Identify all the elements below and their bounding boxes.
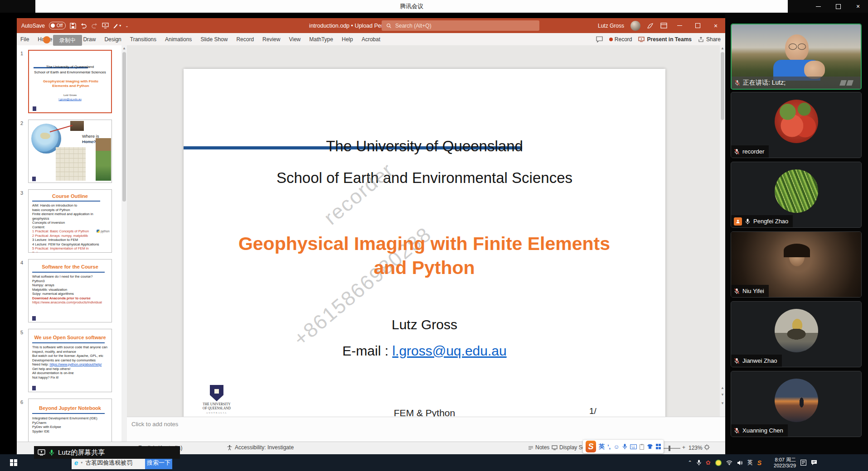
thumb-logo-icon — [32, 177, 36, 181]
clipboard-icon[interactable] — [640, 444, 644, 450]
tray-volume-icon[interactable] — [737, 460, 743, 466]
notes-pane[interactable]: Click to add notes — [127, 417, 725, 442]
ribbon-display-options-icon[interactable] — [660, 23, 667, 29]
tray-news-icon[interactable] — [800, 460, 806, 466]
ppt-minimize-button[interactable] — [674, 19, 685, 32]
thumb-title: We use Open Source software — [29, 335, 112, 340]
scrollbar-thumb[interactable] — [721, 52, 724, 120]
participant-tile-niuyifei[interactable]: Niu Yifei — [731, 231, 862, 298]
tab-review[interactable]: Review — [262, 36, 280, 43]
participant-tile-recorder[interactable]: recorder — [731, 92, 862, 158]
tray-expand-icon[interactable]: ⌃ — [688, 460, 692, 466]
slide-thumbnail-panel[interactable]: 1 The University of Queensland School of… — [17, 45, 127, 442]
start-button[interactable] — [5, 454, 23, 471]
editor-scrollbar[interactable]: ▲ ▲ ▼ ▼ — [720, 45, 725, 417]
undo-icon[interactable] — [80, 23, 87, 29]
voice-input-icon[interactable] — [622, 443, 627, 450]
slide-thumbnail-6[interactable]: Beyond Jupyter Notebook Integrated Devel… — [28, 399, 112, 442]
sogou-ime-toolbar[interactable]: S 英 ’, ☺ — [583, 440, 664, 453]
tray-mic-icon[interactable] — [697, 460, 701, 466]
customize-qat-icon[interactable]: ⌄ — [125, 24, 129, 28]
sogou-logo-icon[interactable]: S — [586, 441, 596, 452]
maximize-button[interactable] — [828, 0, 848, 13]
tray-shield-icon[interactable] — [715, 460, 722, 466]
participant-tile-lutz[interactable]: 正在讲话: Lutz; — [731, 24, 862, 90]
soft-keyboard-icon[interactable] — [630, 444, 637, 449]
ime-language-toggle[interactable]: 英 — [599, 442, 605, 451]
zoom-slider-thumb[interactable] — [669, 446, 670, 451]
redo-icon[interactable] — [91, 23, 98, 29]
participant-tile-pengfei[interactable]: Pengfei Zhao — [731, 162, 862, 228]
close-button[interactable]: × — [848, 0, 868, 13]
chevron-down-icon: ▾ — [81, 461, 82, 465]
slide-thumbnail-5[interactable]: We use Open Source software This is soft… — [28, 329, 112, 392]
participant-tile-xuanning[interactable]: Xuanning Chen — [731, 371, 862, 437]
tray-wifi-icon[interactable] — [726, 460, 732, 465]
thumb-author: Lutz Gross — [29, 94, 111, 96]
tab-record[interactable]: Record — [236, 36, 254, 43]
mic-muted-icon — [734, 428, 740, 434]
start-slideshow-icon[interactable] — [102, 23, 109, 29]
zoom-level[interactable]: 123% — [689, 445, 703, 451]
tab-animations[interactable]: Animations — [165, 36, 192, 43]
tab-draw[interactable]: Draw — [83, 36, 96, 43]
zoom-in-button[interactable]: + — [682, 444, 685, 451]
map-image — [56, 147, 86, 181]
tab-slide-show[interactable]: Slide Show — [200, 36, 228, 43]
rule-line — [32, 413, 105, 414]
ime-punctuation-toggle[interactable]: ’, — [607, 443, 611, 450]
share-button[interactable]: Share — [698, 36, 721, 43]
tray-sogou-icon[interactable]: S — [757, 459, 761, 466]
fit-to-window-icon — [704, 444, 710, 450]
search-box[interactable]: Search (Alt+Q) — [382, 20, 539, 31]
email-link[interactable]: l.gross@uq.edu.au — [392, 343, 506, 358]
inking-icon[interactable] — [647, 23, 654, 29]
previous-slide-icon[interactable]: ▲ — [720, 386, 725, 390]
toolbox-icon[interactable] — [656, 444, 661, 449]
notes-placeholder: Click to add notes — [131, 421, 178, 428]
emoji-icon[interactable]: ☺ — [613, 443, 619, 450]
meeting-titlebar-bg: 腾讯会议 — [35, 0, 788, 13]
autosave-toggle[interactable]: Off — [49, 22, 66, 29]
ppt-close-button[interactable]: × — [710, 19, 722, 32]
scrollbar-thumb[interactable] — [122, 52, 126, 202]
comments-icon[interactable] — [596, 36, 603, 43]
zoom-slider-track[interactable] — [662, 448, 680, 449]
thumb-logo-icon — [33, 106, 36, 111]
account-name[interactable]: Lutz Gross — [598, 23, 624, 29]
notes-toggle[interactable]: Notes — [528, 444, 549, 451]
pen-tools-dropdown[interactable]: ▾ — [113, 23, 121, 29]
notification-center-icon[interactable] — [811, 460, 817, 466]
tab-file[interactable]: File — [20, 36, 29, 43]
tab-acrobat[interactable]: Acrobat — [362, 36, 380, 43]
tab-design[interactable]: Design — [104, 36, 121, 43]
meeting-titlebar: 腾讯会议 × — [0, 0, 868, 13]
slide-canvas[interactable]: The University of Queensland School of E… — [184, 69, 665, 428]
present-in-teams-button[interactable]: Present in Teams — [638, 36, 691, 43]
participant-tile-jianwei[interactable]: Jianwei Zhao — [731, 301, 862, 367]
tab-view[interactable]: View — [289, 36, 301, 43]
accessibility-status[interactable]: Accessibility: Investigate — [227, 444, 294, 451]
account-avatar[interactable] — [630, 21, 640, 31]
ppt-restore-button[interactable] — [692, 19, 703, 32]
slide-thumbnail-2[interactable]: Where is Home? — [28, 120, 112, 183]
next-slide-icon[interactable]: ▼ — [720, 393, 725, 397]
slide-thumbnail-3[interactable]: Course Outline AIM: Hands-on introductio… — [28, 189, 112, 253]
thumbnail-scrollbar[interactable]: ▲ — [121, 45, 127, 442]
record-button[interactable]: Record — [609, 36, 632, 43]
slide-thumbnail-4[interactable]: Software for the Course What software do… — [28, 259, 112, 322]
tray-ime-lang[interactable]: 英 — [747, 459, 753, 466]
tray-clock[interactable]: 8:07 周二 2022/3/29 — [766, 457, 796, 469]
tab-mathtype[interactable]: MathType — [309, 36, 333, 43]
save-icon[interactable] — [70, 23, 76, 29]
scroll-down-icon[interactable]: ▼ — [720, 401, 725, 405]
tab-transitions[interactable]: Transitions — [130, 36, 156, 43]
tab-help[interactable]: Help — [342, 36, 353, 43]
slide-thumbnail-1[interactable]: The University of Queensland School of E… — [28, 50, 112, 113]
skin-icon[interactable] — [647, 444, 653, 449]
tray-flower-icon[interactable]: ✿ — [706, 459, 711, 466]
fit-to-window-button[interactable] — [704, 444, 710, 450]
minimize-button[interactable] — [808, 0, 828, 13]
screen-share-banner[interactable]: Lutz的屏幕共享 — [34, 446, 180, 459]
ppt-titlebar: AutoSave Off ▾ ⌄ introduction.odp • Uplo… — [17, 18, 725, 33]
